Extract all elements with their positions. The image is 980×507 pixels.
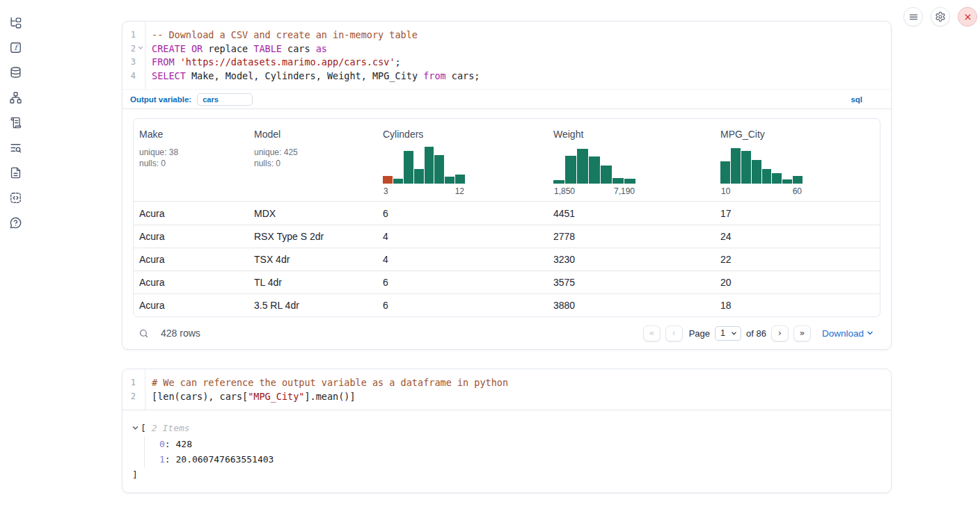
- line-number: 1: [122, 29, 145, 42]
- table-cell: TL 4dr: [248, 277, 377, 288]
- histogram-bar: [793, 176, 803, 184]
- table-row[interactable]: AcuraTSX 4dr4323022: [134, 248, 880, 271]
- histogram-bar: [720, 161, 730, 184]
- python-code-editor[interactable]: 12# We can reference the output variable…: [122, 369, 891, 410]
- shutdown-button[interactable]: [958, 7, 977, 26]
- column-header-model[interactable]: Modelunique: 425nulls: 0: [248, 119, 377, 201]
- tree-entry: 0: 428: [159, 437, 880, 452]
- table-cell: Acura: [134, 277, 248, 288]
- table-row[interactable]: Acura3.5 RL 4dr6388018: [134, 293, 880, 316]
- close-icon: [963, 13, 972, 22]
- function-square-icon: f: [9, 41, 22, 54]
- column-header-weight[interactable]: Weight1,8507,190: [548, 119, 715, 201]
- axis-max-label: 7,190: [614, 186, 635, 196]
- histogram-axis-labels: 312: [383, 186, 465, 196]
- database-icon: [9, 66, 22, 79]
- table-footer: 428 rows « ‹ Page 1 of 86 › » Download: [122, 317, 891, 349]
- table-cell: 24: [715, 231, 880, 242]
- column-header-mpg_city[interactable]: MPG_City1060: [715, 119, 880, 201]
- download-button[interactable]: Download: [822, 328, 874, 339]
- histogram-bar: [772, 173, 782, 184]
- code-line: # We can reference the output variable a…: [152, 376, 508, 390]
- sidebar-item-variables[interactable]: f: [8, 40, 22, 54]
- download-label: Download: [822, 328, 864, 339]
- prev-page-button[interactable]: ‹: [665, 325, 683, 341]
- code-line: FROM 'https://datasets.marimo.app/cars.c…: [152, 56, 480, 70]
- help-bubble-icon: [9, 216, 22, 230]
- table-row[interactable]: AcuraTL 4dr6357520: [134, 271, 880, 293]
- sql-code-editor[interactable]: 1234-- Download a CSV and create an in-m…: [122, 22, 891, 89]
- tree-head: [ 2 Items: [132, 421, 880, 435]
- column-name: Model: [254, 129, 372, 140]
- table-row[interactable]: AcuraMDX6445117: [134, 202, 880, 225]
- collapse-chevron-icon[interactable]: [132, 425, 139, 431]
- histogram-bar: [612, 178, 624, 184]
- sidebar-item-explorer[interactable]: [8, 15, 22, 29]
- table-cell: 17: [715, 208, 880, 219]
- open-bracket: [: [141, 423, 146, 433]
- menu-button[interactable]: [903, 7, 923, 26]
- sidebar: f: [0, 0, 31, 507]
- data-table: Makeunique: 38nulls: 0Modelunique: 425nu…: [133, 118, 880, 317]
- axis-min-label: 10: [721, 186, 730, 196]
- page-select-value: 1: [720, 328, 725, 338]
- tree-entry-value: 20.060747663551403: [175, 454, 274, 465]
- sidebar-item-snippets[interactable]: [8, 191, 22, 204]
- table-cell: RSX Type S 2dr: [248, 231, 377, 242]
- histogram-bar: [393, 179, 403, 184]
- language-badge[interactable]: sql: [851, 95, 862, 104]
- histogram-bars: [553, 147, 635, 184]
- histogram-bar: [624, 179, 635, 184]
- output-variable-input[interactable]: [197, 93, 253, 106]
- table-cell: 18: [715, 300, 880, 311]
- column-stats: unique: 38nulls: 0: [139, 147, 243, 169]
- column-histogram[interactable]: 1,8507,190: [553, 147, 635, 196]
- column-header-make[interactable]: Makeunique: 38nulls: 0: [134, 119, 248, 201]
- sidebar-item-datasources[interactable]: [8, 65, 22, 79]
- table-row[interactable]: AcuraRSX Type S 2dr4277824: [134, 225, 880, 248]
- pagination: « ‹ Page 1 of 86 › »: [643, 325, 811, 341]
- line-number-gutter: 1234: [122, 22, 145, 89]
- output-variable-label: Output variable:: [130, 95, 191, 104]
- histogram-bar: [383, 176, 393, 184]
- column-name: Weight: [553, 129, 709, 140]
- sidebar-item-documentation[interactable]: [8, 166, 22, 179]
- sidebar-item-help[interactable]: [8, 216, 22, 230]
- tree-entry-key: 0: [159, 439, 165, 449]
- row-count: 428 rows: [161, 328, 200, 339]
- line-number: 1: [122, 376, 145, 390]
- histogram-bar: [762, 169, 772, 184]
- histogram-bar: [752, 160, 761, 184]
- code-line: SELECT Make, Model, Cylinders, Weight, M…: [152, 70, 480, 83]
- histogram-bars: [720, 147, 803, 184]
- svg-text:f: f: [14, 43, 19, 51]
- column-histogram[interactable]: 312: [383, 147, 465, 196]
- settings-button[interactable]: [931, 7, 950, 26]
- last-page-button[interactable]: »: [793, 325, 811, 341]
- sidebar-item-dependencies[interactable]: [8, 90, 22, 104]
- fold-chevron-icon[interactable]: [138, 45, 143, 51]
- sidebar-item-logs[interactable]: [8, 140, 22, 154]
- column-header-cylinders[interactable]: Cylinders312: [377, 119, 548, 201]
- network-graph-icon: [9, 91, 22, 104]
- output-tree: [ 2 Items 0: 4281: 20.060747663551403 ]: [122, 410, 891, 492]
- chevron-down-icon: [731, 330, 737, 337]
- code-line: CREATE OR replace TABLE cars as: [152, 42, 480, 56]
- table-header: Makeunique: 38nulls: 0Modelunique: 425nu…: [134, 119, 880, 202]
- column-name: Make: [139, 129, 243, 140]
- first-page-button[interactable]: «: [643, 325, 661, 341]
- code-line: [len(cars), cars["MPG_City"].mean()]: [152, 390, 508, 404]
- file-text-icon: [9, 166, 22, 179]
- histogram-bar: [577, 149, 588, 184]
- table-cell: 2778: [548, 231, 715, 242]
- sidebar-item-scratchpad[interactable]: [8, 115, 22, 129]
- histogram-bar: [731, 148, 741, 184]
- page-select[interactable]: 1: [715, 326, 741, 341]
- search-icon[interactable]: [139, 328, 149, 339]
- next-page-button[interactable]: ›: [771, 325, 789, 341]
- table-cell: MDX: [248, 208, 377, 219]
- close-bracket: ]: [132, 469, 880, 481]
- column-histogram[interactable]: 1060: [720, 147, 803, 196]
- table-body: AcuraMDX6445117AcuraRSX Type S 2dr427782…: [134, 202, 880, 316]
- histogram-bar: [445, 177, 455, 184]
